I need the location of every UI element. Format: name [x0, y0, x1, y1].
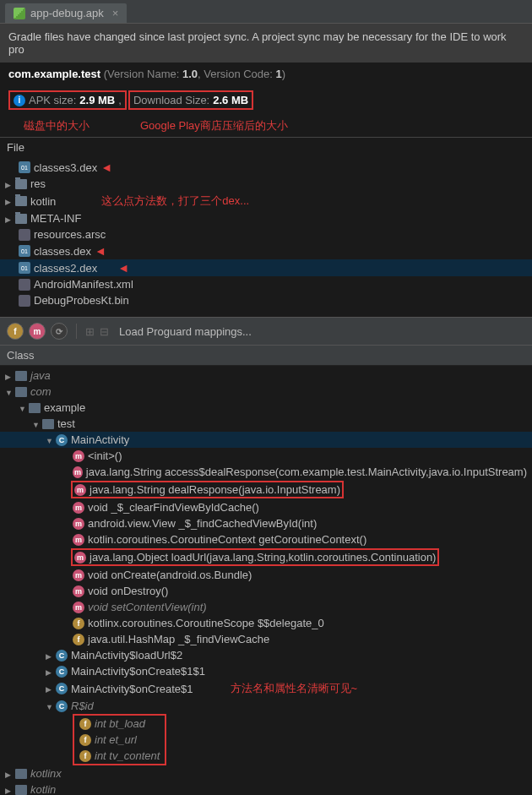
method-getcontext[interactable]: m kotlin.coroutines.CoroutineContext get… — [0, 531, 532, 547]
load-proguard-button[interactable]: Load Proguard mappings... — [119, 325, 252, 338]
method-icon: m — [73, 569, 84, 581]
class-oncreate11[interactable]: ▶ C MainActivity$onCreate$1$1 — [0, 663, 532, 679]
file-icon — [19, 229, 30, 241]
tree-icon-2[interactable]: ⊟ — [100, 325, 109, 338]
version-code-value: 1 — [276, 68, 282, 80]
method-init[interactable]: m <init>() — [0, 448, 532, 464]
package-icon — [15, 371, 27, 381]
field-viewcache[interactable]: f java.util.HashMap _$_findViewCache — [0, 631, 532, 647]
references-filter-button[interactable]: ⟳ — [51, 323, 68, 340]
method-icon: m — [73, 450, 84, 462]
chevron-down-icon: ▼ — [46, 437, 52, 444]
class-mainactivity[interactable]: ▼ C MainActivity — [0, 432, 532, 448]
method-icon: m — [73, 534, 84, 546]
version-name-value: 1.0 — [182, 68, 198, 80]
toolbar: f m ⟳ ⊞ ⊟ Load Proguard mappings... — [0, 317, 532, 346]
class-icon: C — [56, 650, 68, 662]
package-name: com.example.test — [8, 68, 100, 80]
field-delegate[interactable]: f kotlinx.coroutines.CoroutineScope $$de… — [0, 615, 532, 631]
file-manifest[interactable]: AndroidManifest.xml — [0, 276, 532, 292]
class-rid[interactable]: ▼ C R$id — [0, 698, 532, 714]
class-tree: ▶ java ▼ com ▼ example ▼ test ▼ C MainAc… — [0, 366, 532, 795]
chevron-down-icon: ▼ — [46, 703, 52, 710]
method-ondestroy[interactable]: m void onDestroy() — [0, 583, 532, 599]
method-setcontent[interactable]: m void setContentView(int) — [0, 599, 532, 615]
pkg-kotlin2[interactable]: ▶ kotlin — [0, 781, 532, 795]
method-icon: m — [74, 484, 86, 496]
fields-filter-button[interactable]: f — [7, 323, 24, 340]
class-loadurl2[interactable]: ▶ C MainActivity$loadUrl$2 — [0, 647, 532, 663]
pkg-kotlinx[interactable]: ▶ kotlinx — [0, 765, 532, 781]
apk-icon — [14, 8, 25, 19]
field-icon: f — [79, 718, 91, 730]
tab-bar: app-debug.apk × — [0, 0, 532, 24]
methods-filter-button[interactable]: m — [29, 323, 46, 340]
file-icon — [19, 279, 30, 291]
dex-icon: 01 — [19, 245, 30, 257]
apk-size-box: i APK size: 2.9 MB, — [8, 90, 127, 110]
package-bar: com.example.test (Version Name: 1.0, Ver… — [0, 63, 532, 85]
method-icon: m — [73, 466, 83, 478]
method-oncreate[interactable]: m void onCreate(android.os.Bundle) — [0, 567, 532, 583]
chevron-down-icon: ▼ — [5, 389, 12, 395]
dex-icon: 01 — [19, 262, 30, 274]
download-size-value: 2.6 MB — [213, 94, 248, 106]
chevron-down-icon: ▼ — [32, 421, 39, 427]
file-icon — [19, 295, 30, 307]
method-dealresponse[interactable]: m java.lang.String dealResponse(java.io.… — [0, 480, 532, 499]
file-kotlin[interactable]: ▶ kotlin 这么点方法数，打了三个dex... — [0, 192, 532, 210]
chevron-right-icon: ▶ — [5, 787, 12, 793]
method-findcached[interactable]: m android.view.View _$_findCachedViewByI… — [0, 515, 532, 531]
field-eturl[interactable]: f int et_url — [74, 732, 165, 748]
field-tvcontent[interactable]: f int tv_content — [74, 748, 165, 764]
file-tree: 01 classes3.dex ◄ ▶ res ▶ kotlin 这么点方法数，… — [0, 157, 532, 317]
method-icon: m — [73, 502, 84, 514]
close-icon[interactable]: × — [112, 7, 119, 19]
package-icon — [42, 419, 54, 429]
file-res[interactable]: ▶ res — [0, 176, 532, 192]
method-loadurl[interactable]: m java.lang.Object loadUrl(java.lang.Str… — [0, 547, 532, 567]
class-oncreate1[interactable]: ▶ C MainActivity$onCreate$1 方法名和属性名清晰可见~ — [0, 679, 532, 698]
dex-icon: 01 — [19, 161, 30, 173]
field-icon: f — [73, 618, 84, 629]
field-btload[interactable]: f int bt_load — [74, 716, 165, 732]
pkg-com[interactable]: ▼ com — [0, 384, 532, 400]
size-bar: i APK size: 2.9 MB, Download Size: 2.6 M… — [0, 85, 532, 115]
apk-size-value: 2.9 MB — [79, 94, 115, 106]
annot-names: 方法名和属性名清晰可见~ — [231, 681, 358, 696]
annotation-row: 磁盘中的大小 Google Play商店压缩后的大小 — [0, 115, 532, 137]
chevron-right-icon: ▶ — [46, 652, 52, 659]
annot-dex: 这么点方法数，打了三个dex... — [101, 193, 249, 209]
annot-play-size: Google Play商店压缩后的大小 — [140, 118, 288, 133]
file-metainf[interactable]: ▶ META-INF — [0, 210, 532, 226]
file-tab[interactable]: app-debug.apk × — [5, 3, 127, 23]
pkg-example[interactable]: ▼ example — [0, 400, 532, 416]
folder-icon — [15, 196, 27, 206]
file-resources[interactable]: resources.arsc — [0, 226, 532, 242]
file-debugprobes[interactable]: DebugProbesKt.bin — [0, 292, 532, 308]
arrow-annotation: ◄ — [100, 161, 112, 174]
folder-icon — [15, 214, 27, 224]
package-icon — [15, 769, 27, 779]
field-icon: f — [79, 750, 91, 762]
package-icon — [15, 387, 27, 397]
pkg-test[interactable]: ▼ test — [0, 416, 532, 432]
package-icon — [29, 403, 41, 413]
method-icon: m — [73, 585, 84, 597]
method-access-dealresponse[interactable]: m java.lang.String access$dealResponse(c… — [0, 464, 532, 480]
file-classes2[interactable]: 01 classes2.dex ◄ — [0, 259, 532, 276]
annot-disk-size: 磁盘中的大小 — [24, 118, 90, 133]
class-header: Class — [0, 346, 532, 366]
arrow-annotation: ◄ — [117, 261, 129, 275]
file-classes3[interactable]: 01 classes3.dex ◄ — [0, 159, 532, 176]
file-classes[interactable]: 01 classes.dex ◄ — [0, 242, 532, 259]
sync-banner: Gradle files have changed since last pro… — [0, 24, 532, 63]
tree-icon[interactable]: ⊞ — [85, 325, 95, 338]
field-icon: f — [73, 634, 84, 645]
download-size-box: Download Size: 2.6 MB — [128, 90, 253, 110]
chevron-right-icon: ▶ — [5, 198, 12, 204]
info-icon[interactable]: i — [14, 95, 25, 106]
pkg-java[interactable]: ▶ java — [0, 368, 532, 384]
folder-icon — [15, 179, 27, 189]
method-clearcache[interactable]: m void _$_clearFindViewByIdCache() — [0, 499, 532, 515]
